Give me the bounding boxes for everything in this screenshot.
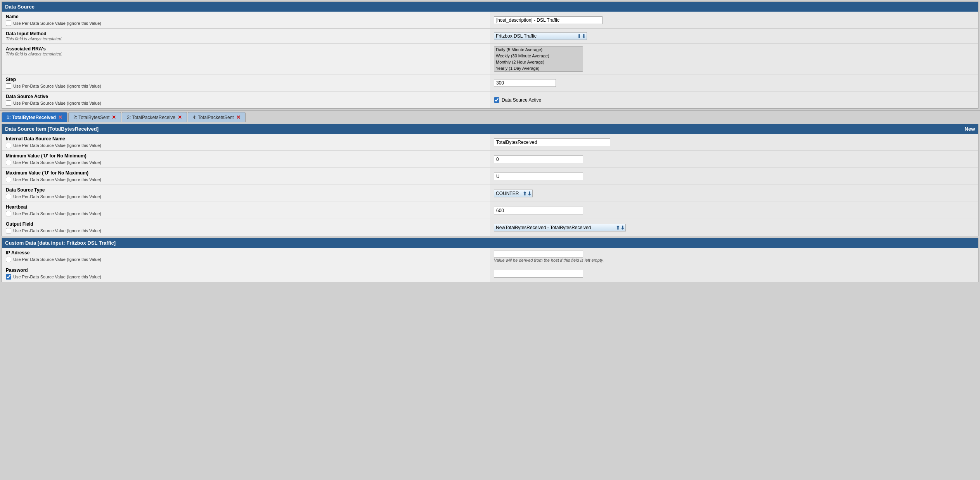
tab-2-label: 2: TotalBytesSent — [73, 115, 109, 120]
internal-name-input[interactable] — [494, 138, 610, 146]
custom-data-bracketed: [data input: Fritzbox DSL Traffic] — [38, 240, 116, 246]
custom-data-title-text: Custom Data — [5, 240, 36, 246]
active-checkbox-label: Use Per-Data Source Value (Ignore this V… — [13, 101, 101, 105]
dst-checkbox-label: Use Per-Data Source Value (Ignore this V… — [13, 194, 101, 199]
tab-3-close-icon[interactable]: ✕ — [178, 114, 182, 120]
max-value-value-cell — [490, 168, 978, 185]
internal-name-value-cell — [490, 134, 978, 151]
min-value-label-cell: Minimum Value ('U' for No Minimum) Use P… — [2, 151, 490, 168]
step-checkbox[interactable] — [6, 83, 11, 89]
max-value-input[interactable] — [494, 173, 583, 180]
output-field-checkbox-row: Use Per-Data Source Value (Ignore this V… — [6, 228, 486, 233]
internal-name-row: Internal Data Source Name Use Per-Data S… — [2, 134, 978, 151]
tab-1[interactable]: 1: TotalBytesReceived ✕ — [2, 112, 68, 122]
tab-4-close-icon[interactable]: ✕ — [236, 114, 241, 120]
custom-data-title: Custom Data [data input: Fritzbox DSL Tr… — [5, 240, 116, 246]
tab-2[interactable]: 2: TotalBytesSent ✕ — [68, 112, 121, 122]
tab-2-close-icon[interactable]: ✕ — [112, 114, 116, 120]
dsi-container: Data Source Item [TotalBytesReceived] Ne… — [2, 124, 978, 236]
active-label: Data Source Active — [6, 94, 486, 99]
name-checkbox-label: Use Per-Data Source Value (Ignore this V… — [13, 21, 101, 26]
data-input-select[interactable]: Fritzbox DSL Traffic — [494, 32, 587, 40]
tab-3[interactable]: 3: TotalPacketsReceive ✕ — [122, 112, 187, 122]
name-row: Name Use Per-Data Source Value (Ignore t… — [2, 12, 978, 29]
heartbeat-value-cell — [490, 202, 978, 219]
heartbeat-input[interactable] — [494, 207, 583, 214]
ip-checkbox-row: Use Per-Data Source Value (Ignore this V… — [6, 257, 486, 262]
output-field-select[interactable]: NewTotalBytesReceived - TotalBytesReceiv… — [494, 224, 626, 231]
rra-sublabel: This field is always templated. — [6, 52, 486, 56]
data-input-sublabel: This field is always templated. — [6, 36, 486, 41]
data-input-row: Data Input Method This field is always t… — [2, 29, 978, 44]
min-value-checkbox-label: Use Per-Data Source Value (Ignore this V… — [13, 160, 101, 165]
password-checkbox-label: Use Per-Data Source Value (Ignore this V… — [13, 275, 101, 279]
dst-select[interactable]: COUNTER GAUGE DERIVE ABSOLUTE — [494, 190, 533, 197]
password-checkbox[interactable] — [6, 274, 11, 280]
max-value-row: Maximum Value ('U' for No Maximum) Use P… — [2, 168, 978, 185]
rra-option-1: Daily (5 Minute Average) — [494, 47, 583, 53]
dsi-title-text: Data Source Item — [5, 126, 46, 132]
step-label-cell: Step Use Per-Data Source Value (Ignore t… — [2, 74, 490, 92]
rra-option-4: Yearly (1 Day Average) — [494, 65, 583, 71]
step-input[interactable] — [494, 79, 556, 87]
new-button[interactable]: New — [964, 126, 975, 132]
max-value-checkbox[interactable] — [6, 177, 11, 182]
datasource-header: Data Source — [2, 2, 978, 12]
output-field-label: Output Field — [6, 221, 486, 227]
dst-label: Data Source Type — [6, 187, 486, 193]
heartbeat-checkbox-label: Use Per-Data Source Value (Ignore this V… — [13, 211, 101, 216]
dst-select-wrapper: COUNTER GAUGE DERIVE ABSOLUTE ⬆⬇ — [494, 190, 533, 197]
password-label: Password — [6, 268, 486, 273]
heartbeat-checkbox[interactable] — [6, 211, 11, 216]
ip-checkbox[interactable] — [6, 257, 11, 262]
active-label-cell: Data Source Active Use Per-Data Source V… — [2, 92, 490, 109]
dst-checkbox[interactable] — [6, 194, 11, 199]
password-checkbox-row: Use Per-Data Source Value (Ignore this V… — [6, 274, 486, 280]
min-value-input[interactable] — [494, 155, 583, 163]
tab-4-label: 4: TotalPacketsSent — [193, 115, 234, 120]
active-inner-row: Data Source Active — [494, 97, 974, 103]
ip-value-cell: Value will be derived from the host if t… — [490, 248, 978, 265]
heartbeat-row: Heartbeat Use Per-Data Source Value (Ign… — [2, 202, 978, 219]
rra-label-cell: Associated RRA's This field is always te… — [2, 44, 490, 74]
name-input[interactable] — [494, 16, 603, 24]
active-checkbox[interactable] — [6, 100, 11, 106]
max-value-label: Maximum Value ('U' for No Maximum) — [6, 170, 486, 176]
password-input[interactable] — [494, 270, 583, 278]
rra-row: Associated RRA's This field is always te… — [2, 44, 978, 74]
tab-1-close-icon[interactable]: ✕ — [58, 114, 62, 120]
rra-value-cell: Daily (5 Minute Average) Weekly (30 Minu… — [490, 44, 978, 74]
output-field-checkbox-label: Use Per-Data Source Value (Ignore this V… — [13, 228, 101, 233]
name-checkbox-row: Use Per-Data Source Value (Ignore this V… — [6, 21, 486, 26]
dsi-header: Data Source Item [TotalBytesReceived] Ne… — [2, 124, 978, 134]
password-label-cell: Password Use Per-Data Source Value (Igno… — [2, 265, 490, 282]
rra-label: Associated RRA's — [6, 46, 486, 52]
max-value-label-cell: Maximum Value ('U' for No Maximum) Use P… — [2, 168, 490, 185]
name-checkbox[interactable] — [6, 21, 11, 26]
internal-name-checkbox[interactable] — [6, 143, 11, 148]
ip-input[interactable] — [494, 250, 583, 258]
datasource-active-text: Data Source Active — [502, 97, 541, 103]
dst-row: Data Source Type Use Per-Data Source Val… — [2, 185, 978, 202]
min-value-value-cell — [490, 151, 978, 168]
tabs-container: 1: TotalBytesReceived ✕ 2: TotalBytesSen… — [0, 110, 980, 122]
min-value-checkbox-row: Use Per-Data Source Value (Ignore this V… — [6, 160, 486, 165]
min-value-label: Minimum Value ('U' for No Minimum) — [6, 153, 486, 159]
dsi-bracketed-text: [TotalBytesReceived] — [48, 126, 99, 132]
output-field-row: Output Field Use Per-Data Source Value (… — [2, 219, 978, 236]
step-value-cell — [490, 74, 978, 92]
datasource-active-toggle[interactable] — [494, 97, 499, 103]
step-checkbox-row: Use Per-Data Source Value (Ignore this V… — [6, 83, 486, 89]
datasource-table: Name Use Per-Data Source Value (Ignore t… — [2, 12, 978, 108]
heartbeat-label: Heartbeat — [6, 204, 486, 210]
output-field-checkbox[interactable] — [6, 228, 11, 233]
tab-4[interactable]: 4: TotalPacketsSent ✕ — [188, 112, 246, 122]
name-value-cell — [490, 12, 978, 29]
rra-listbox[interactable]: Daily (5 Minute Average) Weekly (30 Minu… — [494, 46, 583, 72]
active-row: Data Source Active Use Per-Data Source V… — [2, 92, 978, 109]
output-field-value-cell: NewTotalBytesReceived - TotalBytesReceiv… — [490, 219, 978, 236]
ip-row: IP Adresse Use Per-Data Source Value (Ig… — [2, 248, 978, 265]
data-input-label-cell: Data Input Method This field is always t… — [2, 29, 490, 44]
min-value-checkbox[interactable] — [6, 160, 11, 165]
internal-name-label: Internal Data Source Name — [6, 136, 486, 142]
